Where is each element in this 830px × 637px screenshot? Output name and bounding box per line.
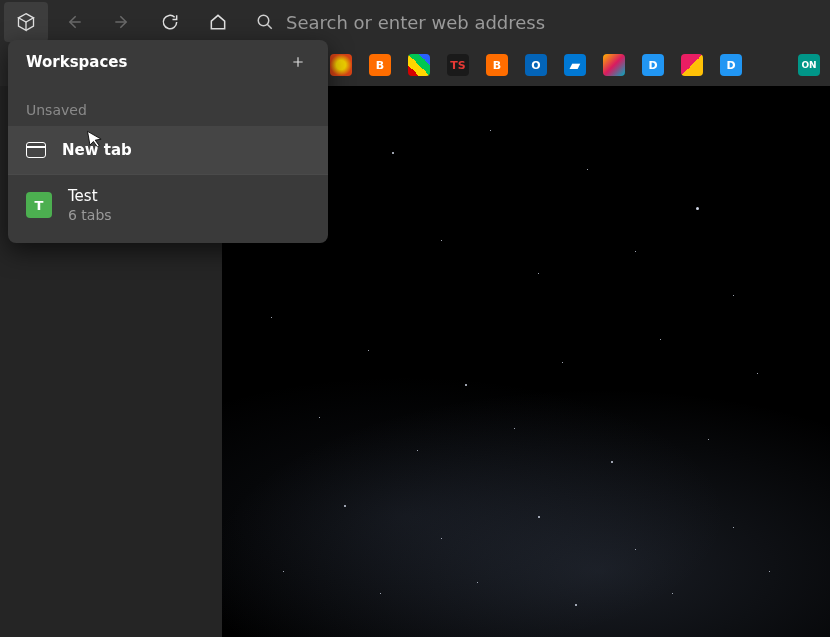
forward-button[interactable] [100,2,144,42]
back-button[interactable] [52,2,96,42]
svg-point-0 [258,15,269,26]
workspaces-panel: Workspaces Unsaved New tab T Test 6 tabs [8,40,328,243]
workspaces-header: Workspaces [8,40,328,84]
favorite-icon[interactable] [681,54,703,76]
arrow-left-icon [64,12,84,32]
refresh-icon [160,12,180,32]
favorite-icon[interactable]: B [369,54,391,76]
favorite-icon[interactable] [759,54,781,76]
favorite-icon[interactable] [408,54,430,76]
cube-icon [16,12,36,32]
workspace-meta: Test 6 tabs [68,187,112,223]
favorite-icon[interactable]: D [720,54,742,76]
favorite-icon[interactable]: ON [798,54,820,76]
favorite-icon[interactable]: TS [447,54,469,76]
workspace-name: Test [68,187,112,205]
home-button[interactable] [196,2,240,42]
workspace-subtitle: 6 tabs [68,207,112,223]
favorite-icon[interactable] [330,54,352,76]
workspace-unsaved-item[interactable]: New tab [8,126,328,174]
workspaces-section-label: Unsaved [8,84,328,126]
add-workspace-button[interactable] [284,48,312,76]
workspace-item[interactable]: T Test 6 tabs [8,175,328,243]
favorite-icon[interactable]: B [486,54,508,76]
workspace-item-label: New tab [62,141,132,159]
tab-icon [26,142,46,158]
favorite-icon[interactable]: ▰ [564,54,586,76]
favorite-icon[interactable]: O [525,54,547,76]
search-icon [256,13,274,31]
favorite-icon[interactable]: D [642,54,664,76]
workspaces-title: Workspaces [26,53,127,71]
arrow-right-icon [112,12,132,32]
address-bar[interactable]: Search or enter web address [244,2,826,42]
browser-toolbar: Search or enter web address [0,0,830,44]
favorite-icon[interactable] [603,54,625,76]
address-bar-placeholder: Search or enter web address [286,12,545,33]
workspaces-toggle-button[interactable] [4,2,48,42]
plus-icon [291,55,305,69]
home-icon [208,12,228,32]
workspace-badge: T [26,192,52,218]
refresh-button[interactable] [148,2,192,42]
